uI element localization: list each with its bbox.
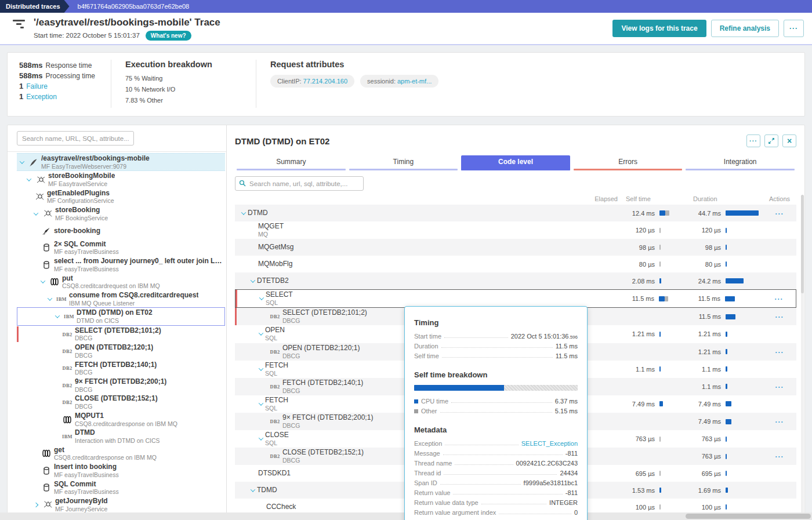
duration-value: 1.1 ms <box>684 366 721 373</box>
chevron-icon[interactable] <box>46 297 54 301</box>
tree-item[interactable]: storeBookingMobile MF EasytravelService <box>17 171 225 188</box>
duration-bar <box>726 261 727 267</box>
metric-label[interactable]: Processing time <box>45 72 95 80</box>
row-actions-button[interactable] <box>775 210 784 218</box>
breadcrumb-trace-id[interactable]: b4f671764a062905baa0763d7e62be08 <box>78 0 190 13</box>
tree-item[interactable]: DTMD (DTMD) on ET02 DTMD on CICS <box>17 307 225 325</box>
tree-item[interactable]: get CSQ8.creditcardresponse on IBM MQ <box>17 445 225 462</box>
tree-item[interactable]: 2× SQL Commit MF easyTravelBusiness <box>17 239 225 256</box>
span-name: MQGET <box>258 222 584 231</box>
column-duration[interactable]: Duration <box>684 195 763 202</box>
metric-label[interactable]: Failure <box>26 82 48 90</box>
table-row[interactable]: MQMobFlg 80 µs 80 µs <box>235 256 796 272</box>
chevron-icon[interactable] <box>249 279 257 283</box>
chevron-icon[interactable] <box>18 161 26 164</box>
request-attribute-pill[interactable]: sessionid:apm-et-mf... <box>360 75 438 88</box>
chevron-icon[interactable] <box>257 437 265 441</box>
table-row[interactable]: MQGetMsg 98 µs 98 µs <box>235 239 796 256</box>
chevron-icon[interactable] <box>32 212 40 216</box>
chevron-icon[interactable] <box>240 212 248 215</box>
execution-breakdown-row: 7.83 % Other <box>125 97 242 104</box>
chevron-icon[interactable] <box>257 402 265 406</box>
table-row[interactable]: DTMD 12.4 ms 44.7 ms <box>235 205 796 221</box>
chevron-icon[interactable] <box>25 178 33 181</box>
tree-item[interactable]: DTMD Interaction with DTMD on CICS <box>17 428 225 445</box>
chevron-icon[interactable] <box>39 280 47 283</box>
detail-tab[interactable]: Summary <box>237 155 346 170</box>
scrollbar-thumb[interactable] <box>686 514 811 519</box>
breadcrumb-distributed-traces[interactable]: Distributed traces <box>0 0 70 13</box>
tree-item[interactable]: select ... from Journey journey0_ left o… <box>17 256 225 273</box>
chevron-icon[interactable] <box>258 297 266 300</box>
chevron-icon[interactable] <box>32 503 40 507</box>
panel-close-button[interactable] <box>782 134 796 147</box>
request-attribute-pill[interactable]: ClientIP:77.214.204.160 <box>270 75 354 88</box>
more-actions-button[interactable] <box>784 20 804 37</box>
attribute-value: 77.214.204.160 <box>303 78 347 85</box>
row-actions-button[interactable] <box>775 453 784 461</box>
detail-tab[interactable]: Errors <box>574 155 683 170</box>
tree-item[interactable]: FETCH (DTETDB2;140;1) DBCG <box>17 360 225 377</box>
tree-item-title: SQL Commit <box>54 480 119 489</box>
duration-bar <box>726 332 727 337</box>
panel-more-button[interactable] <box>746 134 760 147</box>
tree-item-title: /easytravel/rest/bookings-mobile <box>41 154 150 163</box>
row-actions-button[interactable] <box>775 313 784 321</box>
tree-item[interactable]: SELECT (DTETDB2;101;2) DBCG <box>17 326 225 343</box>
metric-label[interactable]: Exception <box>26 93 57 101</box>
chevron-icon[interactable] <box>257 332 265 336</box>
metric-label[interactable]: Response time <box>45 61 92 70</box>
vertical-scrollbar[interactable] <box>801 195 804 516</box>
duration-value: 1.1 ms <box>684 383 721 390</box>
tree-item[interactable]: MQPUT1 CSQ8.creditcardresponse on IBM MQ <box>17 411 225 428</box>
execution-breakdown-row: 75 % Waiting <box>125 75 242 82</box>
tooltip-legend-row: Other 5.15 ms <box>414 408 578 414</box>
tab-label: Errors <box>574 155 683 169</box>
row-actions-button[interactable] <box>775 383 784 391</box>
whats-new-badge[interactable]: What's new? <box>146 31 191 41</box>
detail-tab[interactable]: Integration <box>686 155 795 170</box>
tree-item-title: DTMD (DTMD) on ET02 <box>77 308 153 317</box>
table-row[interactable]: MQGET MQ 120 µs 120 µs <box>235 221 796 239</box>
row-actions-button[interactable] <box>775 295 784 303</box>
tree-item-subtitle: IBM MQ Queue Listener <box>69 300 198 307</box>
duration-value: 695 µs <box>684 470 721 477</box>
metric-value: 588ms <box>19 61 42 70</box>
view-logs-button[interactable]: View logs for this trace <box>612 20 706 37</box>
detail-tab[interactable]: Timing <box>349 155 458 170</box>
detail-tabs: Summary Timing Code level Errors Integra… <box>235 155 796 170</box>
table-row[interactable]: SELECT SQL 11.5 ms 11.5 ms <box>235 289 796 308</box>
tree-item[interactable]: CLOSE (DTETDB2;152;1) DBCG <box>17 394 225 410</box>
span-search-input[interactable] <box>235 176 364 191</box>
tree-search-input[interactable] <box>17 131 134 146</box>
tree-item[interactable]: put CSQ8.creditcardrequest on IBM MQ <box>17 274 225 290</box>
tree-item-title: get <box>54 446 157 454</box>
duration-bar <box>726 210 759 216</box>
chevron-icon[interactable] <box>257 368 265 371</box>
tree-item[interactable]: store-booking <box>17 223 225 239</box>
tree-item[interactable]: getEnabledPlugins MF ConfigurationServic… <box>17 188 225 205</box>
detail-tab[interactable]: Code level <box>461 155 570 170</box>
tree-item[interactable]: consume from CSQ8.creditcardrequest IBM … <box>17 290 225 307</box>
row-actions-button[interactable] <box>775 348 784 357</box>
chevron-icon[interactable] <box>249 489 257 492</box>
tree-item[interactable]: OPEN (DTETDB2;120;1) DBCG <box>17 343 225 359</box>
row-actions-button[interactable] <box>775 418 784 426</box>
chevron-icon[interactable] <box>53 315 61 318</box>
table-row[interactable]: DTETDB2 2.08 ms 24.2 ms <box>235 272 796 289</box>
tree-item[interactable]: getJourneyById MF JourneyService <box>17 496 225 513</box>
tooltip-metadata-row: Span ID f9999a5e31811bc1 <box>414 479 578 486</box>
tooltip-metadata-title: Metadata <box>414 426 578 434</box>
panel-expand-button[interactable] <box>764 134 778 147</box>
tree-item[interactable]: 9× FETCH (DTETDB2;200;1) DBCG <box>17 377 225 394</box>
tree-item[interactable]: storeBooking MF BookingService <box>17 205 225 222</box>
tree-item[interactable]: Insert into booking MF easyTravelBusines… <box>17 462 225 479</box>
column-elapsed[interactable]: Elapsed <box>584 195 618 202</box>
execution-breakdown-label: 10 % Network I/O <box>125 86 194 93</box>
duration-value: 1.21 ms <box>684 330 721 337</box>
tree-item[interactable]: /easytravel/rest/bookings-mobile MF Easy… <box>17 153 225 171</box>
refine-analysis-button[interactable]: Refine analysis <box>711 20 779 37</box>
duration-bar <box>726 401 731 406</box>
tree-item[interactable]: SQL Commit MF easyTravelBusiness <box>17 479 225 496</box>
column-self-time[interactable]: Self time <box>618 195 684 202</box>
